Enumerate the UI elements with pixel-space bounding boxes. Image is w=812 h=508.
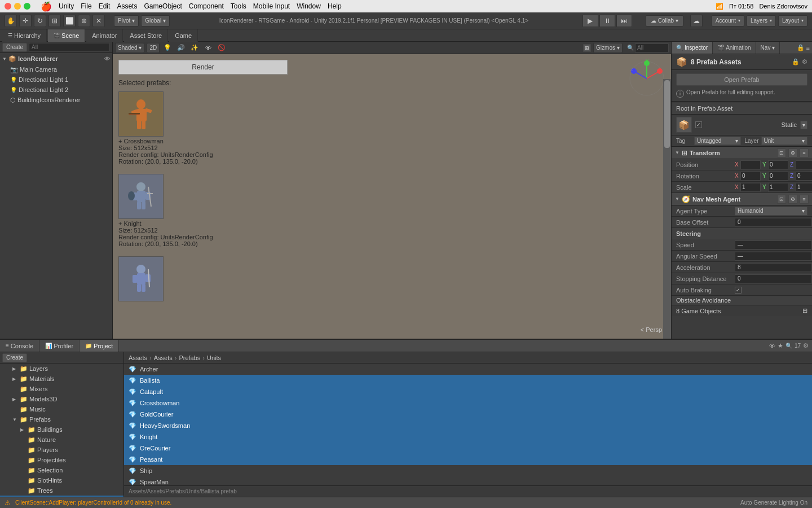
tab-profiler[interactable]: 📊 Profiler: [39, 340, 80, 352]
tree-item-layers[interactable]: ▶ 📁 Layers: [0, 364, 123, 374]
hierarchy-item-building-icons[interactable]: ⬡ BuildingIconsRenderer: [0, 95, 112, 105]
layers-dropdown[interactable]: Layers ▾: [747, 15, 776, 27]
acceleration-input[interactable]: [735, 263, 812, 272]
tab-console[interactable]: ≡ Console: [0, 340, 39, 352]
fullscreen-dot[interactable]: [24, 3, 30, 10]
minimize-dot[interactable]: [14, 3, 21, 10]
pivot-btn[interactable]: Pivot ▾: [114, 15, 139, 27]
navmesh-tool-1[interactable]: ⊡: [777, 195, 786, 204]
tree-item-players[interactable]: ▶ 📁 Players: [0, 445, 123, 455]
scene-scrollbar-thumb[interactable]: [664, 80, 670, 148]
window-controls[interactable]: [5, 3, 30, 10]
scene-visibility[interactable]: 👁: [202, 43, 214, 53]
eye-top-icon[interactable]: 👁: [769, 343, 775, 349]
search-bottom-icon[interactable]: 🔍: [785, 343, 792, 349]
stopping-distance-input[interactable]: [735, 274, 812, 283]
tab-game[interactable]: Game: [169, 29, 198, 42]
file-orecourier[interactable]: 💎 OreCourier: [124, 443, 812, 454]
transform-tool-1[interactable]: ⊡: [777, 148, 786, 157]
menu-help[interactable]: Help: [328, 2, 342, 10]
menu-edit[interactable]: Edit: [99, 2, 111, 10]
rect-tool[interactable]: ⬜: [63, 15, 76, 27]
audio-toggle[interactable]: 🔊: [175, 43, 187, 53]
menu-component[interactable]: Component: [189, 2, 224, 10]
file-ballista[interactable]: 💎 Ballista: [124, 375, 812, 386]
auto-braking-checkbox[interactable]: ✓: [735, 287, 742, 294]
inspector-tab-animation[interactable]: 🎬 Animation: [713, 42, 756, 54]
inspector-menu-icon[interactable]: ≡: [806, 45, 810, 51]
file-crossbowman[interactable]: 💎 Crossbowman: [124, 397, 812, 409]
navmesh-tool-3[interactable]: ≡: [800, 195, 809, 204]
tree-item-selection[interactable]: ▶ 📁 Selection: [0, 465, 123, 475]
menu-gameobject[interactable]: GameObject: [144, 2, 182, 10]
transform-tool-2[interactable]: ⚙: [788, 148, 797, 157]
file-peasant[interactable]: 💎 Peasant: [124, 454, 812, 465]
transform-tool[interactable]: ⊕: [78, 15, 90, 27]
static-dropdown[interactable]: ▾: [800, 121, 807, 129]
rot-x-input[interactable]: [740, 172, 761, 181]
navmesh-component-header[interactable]: ▼ 🧭 Nav Mesh Agent ⊡ ⚙ ≡: [672, 193, 812, 205]
menu-mobile-input[interactable]: Mobile Input: [253, 2, 290, 10]
inspector-tab-nav[interactable]: Nav ▾: [756, 42, 780, 54]
settings-icon[interactable]: ⚙: [802, 58, 807, 65]
menu-assets[interactable]: Assets: [117, 2, 137, 10]
tree-item-slothints[interactable]: ▶ 📁 SlotHints: [0, 475, 123, 485]
play-button[interactable]: ▶: [582, 15, 598, 27]
gizmos-dropdown[interactable]: Gizmos ▾: [593, 43, 623, 53]
tree-item-models3d[interactable]: ▶ 📁 Models3D: [0, 394, 123, 404]
base-offset-input[interactable]: [735, 218, 812, 227]
speed-input[interactable]: [735, 240, 812, 249]
transform-tool-3[interactable]: ≡: [800, 148, 809, 157]
hide-toggle[interactable]: 🚫: [216, 43, 227, 53]
scale-y-input[interactable]: [768, 183, 788, 192]
lock-icon[interactable]: 🔒: [797, 44, 805, 51]
tree-item-trees[interactable]: ▶ 📁 Trees: [0, 485, 123, 496]
hand-tool[interactable]: ✋: [5, 15, 17, 27]
tab-animator[interactable]: Animator: [86, 29, 123, 42]
open-prefab-button[interactable]: Open Prefab: [676, 73, 807, 86]
rot-z-input[interactable]: [796, 172, 812, 181]
breadcrumb-assets2[interactable]: Assets: [154, 354, 173, 361]
step-button[interactable]: ⏭: [616, 15, 632, 27]
tab-hierarchy[interactable]: ☰ Hierarchy: [2, 29, 47, 42]
pos-x-input[interactable]: [740, 160, 761, 169]
pos-y-input[interactable]: [768, 160, 788, 169]
tree-item-projectiles[interactable]: ▶ 📁 Projectiles: [0, 455, 123, 465]
pos-z-input[interactable]: [796, 160, 812, 169]
menu-tools[interactable]: Tools: [231, 2, 246, 10]
scale-tool[interactable]: ⊞: [48, 15, 61, 27]
navmesh-tool-2[interactable]: ⚙: [788, 195, 797, 204]
layer-dropdown[interactable]: Unit ▾: [761, 137, 808, 145]
transform-component-header[interactable]: ▼ ⊞ Transform ⊡ ⚙ ≡: [672, 147, 812, 159]
hierarchy-create-button[interactable]: Create: [2, 43, 27, 52]
collab-button[interactable]: ☁ Collab ▾: [646, 15, 683, 27]
breadcrumb-units[interactable]: Units: [207, 354, 221, 361]
custom-tool[interactable]: ✕: [92, 15, 105, 27]
global-btn[interactable]: Global ▾: [141, 15, 170, 27]
file-knight[interactable]: 💎 Knight: [124, 431, 812, 443]
tree-item-mixers[interactable]: ▶ 📁 Mixers: [0, 384, 123, 394]
rot-y-input[interactable]: [768, 172, 788, 181]
breadcrumb-prefabs[interactable]: Prefabs: [179, 354, 200, 361]
tree-item-nature[interactable]: ▶ 📁 Nature: [0, 435, 123, 445]
star-icon[interactable]: ★: [778, 342, 783, 349]
scene-options[interactable]: ⊞: [583, 44, 591, 52]
angular-speed-input[interactable]: [735, 252, 812, 261]
tab-project[interactable]: 📁 Project: [80, 340, 119, 352]
menu-window[interactable]: Window: [297, 2, 321, 10]
active-checkbox[interactable]: [695, 121, 702, 128]
fx-toggle[interactable]: ✨: [189, 43, 200, 53]
lighting-toggle[interactable]: 💡: [162, 43, 173, 53]
file-heavyswordsman[interactable]: 💎 HeavySwordsman: [124, 420, 812, 431]
hierarchy-item-dir-light-1[interactable]: 💡 Directional Light 1: [0, 75, 112, 85]
menu-unity[interactable]: Unity: [59, 2, 74, 10]
settings-bottom-icon[interactable]: ⚙: [803, 342, 809, 349]
project-tree-scroll[interactable]: ▶ 📁 Layers ▶ 📁 Materials ▶ 📁 Mixers: [0, 364, 123, 497]
account-dropdown[interactable]: Account ▾: [712, 15, 744, 27]
file-goldcourier[interactable]: 💎 GoldCourier: [124, 409, 812, 420]
file-archer[interactable]: 💎 Archer: [124, 364, 812, 375]
tree-item-buildings[interactable]: ▶ 📁 Buildings: [0, 424, 123, 435]
close-dot[interactable]: [5, 3, 11, 10]
scale-z-input[interactable]: [796, 183, 812, 192]
tab-asset-store[interactable]: Asset Store: [124, 29, 168, 42]
